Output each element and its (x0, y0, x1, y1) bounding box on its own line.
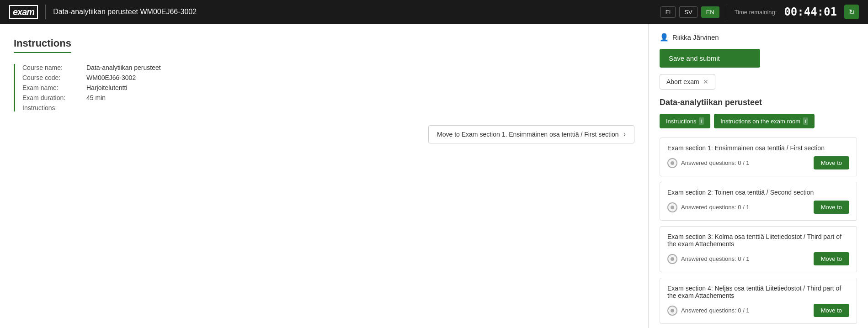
tab-instructions-label: Instructions (666, 118, 696, 125)
circle-inner-2 (671, 206, 674, 209)
time-value: 00:44:01 (784, 5, 837, 18)
logo: exam (9, 5, 38, 19)
label-course-name: Course name: (22, 64, 86, 71)
instructions-heading: Instructions (14, 37, 71, 53)
label-exam-name: Exam name: (22, 84, 86, 91)
exam-section-4-title: Exam section 4: Neljäs osa tenttiä Liite… (667, 285, 849, 299)
answered-text-1: Answered questions: 0 / 1 (681, 159, 750, 166)
info-row-course-code: Course code: WM00EJ66-3002 (22, 74, 634, 81)
logo-area: exam Data-analytiikan perusteet WM00EJ66… (9, 5, 197, 19)
circle-inner-4 (671, 309, 674, 312)
header-right: FI SV EN Time remaining: 00:44:01 ↻ (660, 5, 859, 19)
info-row-exam-duration: Exam duration: 45 min (22, 94, 634, 101)
exam-section-3-title: Exam section 3: Kolma osa tenttiä Liitet… (667, 233, 849, 248)
answered-row-2: Answered questions: 0 / 1 (667, 202, 750, 212)
value-course-name: Data-analytiikan perusteet (86, 64, 161, 71)
tab-instructions-exam-room[interactable]: Instructions on the exam room i (714, 114, 815, 128)
header-divider-2 (727, 5, 727, 19)
section-4-status-icon (667, 306, 677, 316)
header-divider-1 (45, 5, 46, 19)
answered-text-2: Answered questions: 0 / 1 (681, 204, 750, 211)
label-course-code: Course code: (22, 74, 86, 81)
abort-exam-label: Abort exam (666, 78, 699, 85)
exam-section-card-2: Exam section 2: Toinen osa tenttiä / Sec… (660, 182, 857, 221)
header: exam Data-analytiikan perusteet WM00EJ66… (0, 0, 868, 24)
exam-section-card-1: Exam section 1: Ensimmäinen osa tenttiä … (660, 138, 857, 176)
lang-sv-button[interactable]: SV (679, 6, 697, 18)
exam-section-4-row: Answered questions: 0 / 1 Move to (667, 304, 849, 317)
move-to-section-button[interactable]: Move to Exam section 1. Ensimmäinen osa … (428, 125, 634, 143)
exam-section-1-row: Answered questions: 0 / 1 Move to (667, 156, 849, 169)
main-layout: Instructions Course name: Data-analytiik… (0, 24, 868, 328)
answered-text-3: Answered questions: 0 / 1 (681, 255, 750, 262)
right-panel: 👤 Riikka Järvinen Save and submit Abort … (649, 24, 868, 328)
course-name-display: Data-analytiikan perusteet (660, 98, 857, 107)
move-to-button-4[interactable]: Move to (814, 304, 849, 317)
exam-section-3-row: Answered questions: 0 / 1 Move to (667, 252, 849, 265)
tab-instructions-icon: i (699, 117, 704, 125)
circle-inner-3 (671, 257, 674, 261)
value-course-code: WM00EJ66-3002 (86, 74, 136, 81)
move-to-section-label: Move to Exam section 1. Ensimmäinen osa … (437, 131, 619, 138)
section-2-status-icon (667, 202, 677, 212)
answered-row-4: Answered questions: 0 / 1 (667, 306, 750, 316)
move-to-section-bar: Move to Exam section 1. Ensimmäinen osa … (14, 125, 634, 143)
move-to-button-2[interactable]: Move to (814, 201, 849, 214)
circle-inner-1 (671, 161, 674, 165)
lang-en-button[interactable]: EN (701, 6, 719, 18)
label-instructions: Instructions: (22, 104, 86, 111)
exam-section-2-row: Answered questions: 0 / 1 Move to (667, 201, 849, 214)
tab-instructions-exam-room-label: Instructions on the exam room (720, 118, 800, 125)
section-1-status-icon (667, 158, 677, 168)
abort-close-icon: ✕ (703, 78, 708, 85)
info-row-exam-name: Exam name: Harjoitelutentti (22, 84, 634, 91)
answered-text-4: Answered questions: 0 / 1 (681, 307, 750, 314)
exam-section-2-title: Exam section 2: Toinen osa tenttiä / Sec… (667, 189, 849, 196)
refresh-button[interactable]: ↻ (844, 5, 859, 19)
answered-row-3: Answered questions: 0 / 1 (667, 254, 750, 264)
user-row: 👤 Riikka Järvinen (660, 33, 857, 42)
exam-section-1-title: Exam section 1: Ensimmäinen osa tenttiä … (667, 144, 849, 152)
save-submit-button[interactable]: Save and submit (660, 49, 760, 68)
section-3-status-icon (667, 254, 677, 264)
header-title: Data-analytiikan perusteet WM00EJ66-3002 (53, 8, 197, 16)
value-exam-duration: 45 min (86, 94, 106, 101)
exam-section-card-3: Exam section 3: Kolma osa tenttiä Liitet… (660, 226, 857, 272)
label-exam-duration: Exam duration: (22, 94, 86, 101)
move-to-button-1[interactable]: Move to (814, 156, 849, 169)
info-row-course-name: Course name: Data-analytiikan perusteet (22, 64, 634, 71)
abort-exam-button[interactable]: Abort exam ✕ (660, 74, 715, 90)
user-icon: 👤 (660, 33, 669, 42)
answered-row-1: Answered questions: 0 / 1 (667, 158, 750, 168)
tab-instructions-exam-room-icon: i (803, 117, 808, 125)
move-to-button-3[interactable]: Move to (814, 252, 849, 265)
left-panel: Instructions Course name: Data-analytiik… (0, 24, 649, 328)
value-exam-name: Harjoitelutentti (86, 84, 128, 91)
chevron-right-icon: › (623, 130, 626, 138)
user-name: Riikka Järvinen (672, 33, 719, 41)
tabs-row: Instructions i Instructions on the exam … (660, 114, 857, 128)
tab-instructions[interactable]: Instructions i (660, 114, 710, 128)
info-row-instructions: Instructions: (22, 104, 634, 111)
lang-fi-button[interactable]: FI (660, 6, 676, 18)
time-label: Time remaining: (735, 9, 777, 16)
info-table: Course name: Data-analytiikan perusteet … (14, 64, 634, 111)
exam-section-card-4: Exam section 4: Neljäs osa tenttiä Liite… (660, 278, 857, 324)
